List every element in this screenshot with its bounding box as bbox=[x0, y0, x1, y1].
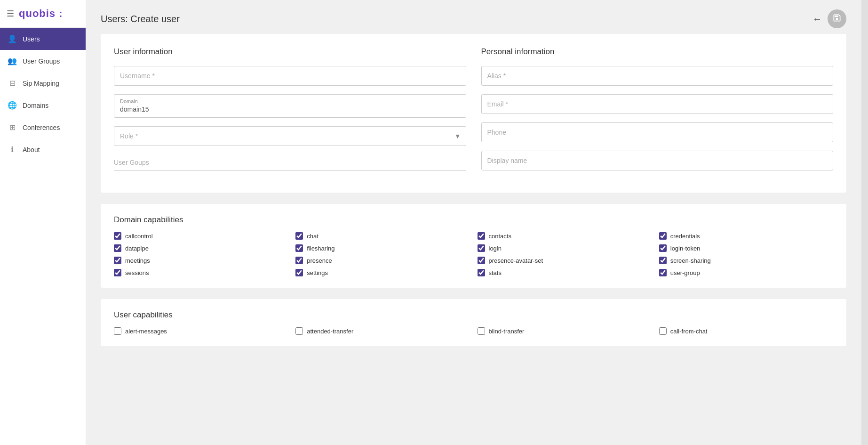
cap-label: sessions bbox=[125, 269, 149, 276]
user-cap-grid: alert-messages attended-transfer blind-t… bbox=[114, 327, 833, 335]
domain-cap-item: user-group bbox=[659, 269, 833, 276]
app-logo: quobis : bbox=[19, 8, 63, 20]
cap-label: filesharing bbox=[307, 245, 334, 252]
cap-checkbox[interactable] bbox=[295, 232, 303, 240]
sidebar-item-domains[interactable]: 🌐 Domains bbox=[0, 94, 86, 116]
cap-label: user-group bbox=[670, 269, 700, 276]
main-content: Users: Create user ← User information bbox=[86, 0, 861, 445]
cap-checkbox[interactable] bbox=[295, 244, 303, 252]
cap-checkbox[interactable] bbox=[478, 257, 485, 264]
domain-input[interactable] bbox=[120, 105, 460, 113]
cap-checkbox[interactable] bbox=[659, 244, 667, 252]
cap-label: callcontrol bbox=[125, 233, 153, 240]
role-select[interactable]: Role * bbox=[114, 127, 466, 146]
username-field-group bbox=[114, 66, 466, 86]
domain-cap-item: login bbox=[478, 244, 652, 252]
user-groups-field-group bbox=[114, 154, 466, 171]
username-input[interactable] bbox=[114, 66, 466, 86]
domain-cap-item: stats bbox=[478, 269, 652, 276]
sidebar-label-conferences: Conferences bbox=[23, 124, 60, 131]
cap-label: presence-avatar-set bbox=[489, 257, 543, 264]
cap-checkbox[interactable] bbox=[659, 257, 667, 264]
display-name-field-group bbox=[481, 151, 834, 170]
alias-field-group bbox=[481, 66, 834, 86]
cap-checkbox[interactable] bbox=[659, 269, 667, 276]
user-cap-checkbox[interactable] bbox=[659, 327, 667, 335]
user-cap-item: alert-messages bbox=[114, 327, 288, 335]
phone-input[interactable] bbox=[481, 122, 834, 142]
sidebar-header: ☰ quobis : bbox=[0, 0, 86, 28]
domain-cap-item: sessions bbox=[114, 269, 288, 276]
top-bar-actions: ← bbox=[812, 9, 846, 28]
user-cap-label: alert-messages bbox=[125, 328, 167, 335]
cap-checkbox[interactable] bbox=[114, 244, 121, 252]
role-field-group: Role * ▼ bbox=[114, 126, 466, 146]
cap-checkbox[interactable] bbox=[478, 244, 485, 252]
domain-cap-grid: callcontrol chat contacts credentials da… bbox=[114, 232, 833, 276]
sidebar-item-sip-mapping[interactable]: ⊟ Sip Mapping bbox=[0, 72, 86, 94]
sidebar-label-about: About bbox=[23, 146, 40, 154]
user-cap-checkbox[interactable] bbox=[295, 327, 303, 335]
user-information-section: User information Domain Role * bbox=[114, 47, 466, 179]
sidebar-item-user-groups[interactable]: 👥 User Groups bbox=[0, 50, 86, 72]
domain-cap-item: presence bbox=[295, 257, 470, 264]
user-cap-label: attended-transfer bbox=[307, 328, 353, 335]
sidebar-item-conferences[interactable]: ⊞ Conferences bbox=[0, 116, 86, 138]
user-cap-checkbox[interactable] bbox=[114, 327, 121, 335]
cap-label: login-token bbox=[670, 245, 701, 252]
sidebar: ☰ quobis : 👤 Users 👥 User Groups ⊟ Sip M… bbox=[0, 0, 86, 445]
sidebar-item-about[interactable]: ℹ About bbox=[0, 138, 86, 161]
cap-label: presence bbox=[307, 257, 332, 264]
cap-checkbox[interactable] bbox=[114, 232, 121, 240]
about-icon: ℹ bbox=[8, 145, 17, 154]
user-cap-item: attended-transfer bbox=[295, 327, 470, 335]
user-info-title: User information bbox=[114, 47, 466, 57]
domain-cap-title: Domain capabilities bbox=[114, 215, 833, 225]
cap-checkbox[interactable] bbox=[295, 257, 303, 264]
cap-checkbox[interactable] bbox=[114, 269, 121, 276]
alias-input[interactable] bbox=[481, 66, 834, 86]
user-groups-input[interactable] bbox=[114, 159, 466, 166]
user-form-container: User information Domain Role * bbox=[101, 34, 846, 193]
display-name-input[interactable] bbox=[481, 151, 834, 170]
domain-cap-item: contacts bbox=[478, 232, 652, 240]
sidebar-item-users[interactable]: 👤 Users bbox=[0, 28, 86, 50]
cap-label: credentials bbox=[670, 233, 700, 240]
email-input[interactable] bbox=[481, 94, 834, 114]
sip-mapping-icon: ⊟ bbox=[8, 79, 17, 88]
save-icon bbox=[832, 13, 842, 25]
back-button[interactable]: ← bbox=[812, 14, 822, 24]
cap-checkbox[interactable] bbox=[295, 269, 303, 276]
domain-cap-item: filesharing bbox=[295, 244, 470, 252]
form-two-col: User information Domain Role * bbox=[114, 47, 833, 179]
domain-cap-item: credentials bbox=[659, 232, 833, 240]
user-cap-checkbox[interactable] bbox=[478, 327, 485, 335]
cap-checkbox[interactable] bbox=[659, 232, 667, 240]
page-title: Users: Create user bbox=[101, 14, 180, 24]
phone-field-group bbox=[481, 122, 834, 142]
cap-label: settings bbox=[307, 269, 328, 276]
domains-icon: 🌐 bbox=[8, 101, 17, 110]
save-button[interactable] bbox=[828, 9, 846, 28]
domain-cap-item: settings bbox=[295, 269, 470, 276]
domain-cap-item: login-token bbox=[659, 244, 833, 252]
email-field-group bbox=[481, 94, 834, 114]
user-capabilities-container: User capabilities alert-messages attende… bbox=[101, 299, 846, 346]
cap-label: meetings bbox=[125, 257, 150, 264]
domain-label: Domain bbox=[120, 98, 460, 104]
domain-field-group: Domain bbox=[114, 94, 466, 118]
domain-cap-item: chat bbox=[295, 232, 470, 240]
user-cap-item: blind-transfer bbox=[478, 327, 652, 335]
sidebar-nav: 👤 Users 👥 User Groups ⊟ Sip Mapping 🌐 Do… bbox=[0, 28, 86, 445]
user-groups-wrapper bbox=[114, 154, 466, 171]
personal-info-title: Personal information bbox=[481, 47, 834, 57]
scrollbar-track bbox=[861, 0, 868, 445]
cap-label: login bbox=[489, 245, 502, 252]
sidebar-label-domains: Domains bbox=[23, 102, 48, 109]
domain-cap-item: callcontrol bbox=[114, 232, 288, 240]
cap-checkbox[interactable] bbox=[478, 269, 485, 276]
cap-checkbox[interactable] bbox=[478, 232, 485, 240]
users-icon: 👤 bbox=[8, 34, 17, 43]
hamburger-icon[interactable]: ☰ bbox=[7, 8, 14, 19]
cap-checkbox[interactable] bbox=[114, 257, 121, 264]
